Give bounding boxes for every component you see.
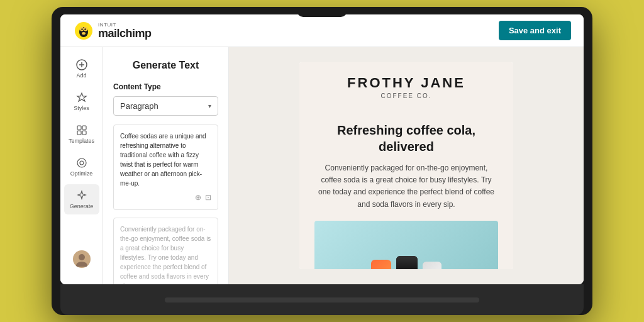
styles-icon [75, 91, 88, 104]
text-block-2: Conveniently packaged for on-the-go enjo… [113, 218, 218, 284]
text-block-1-content: Coffee sodas are a unique and refreshing… [120, 131, 211, 188]
svg-point-6 [82, 32, 86, 35]
email-preview: FROTHY JANE COFFEE CO. Refreshing coffee… [299, 62, 513, 269]
templates-icon [75, 124, 88, 136]
sidebar-add-label: Add [76, 72, 86, 79]
content-type-label: Content Type [113, 82, 218, 91]
laptop-screen: INTUIT mailchimp Save and exit Add [60, 14, 584, 284]
sidebar-item-styles[interactable]: Styles [64, 86, 99, 116]
logo-mailchimp-text: mailchimp [98, 28, 152, 39]
sidebar-item-optimize[interactable]: Optimize [64, 152, 99, 182]
can-left [371, 260, 391, 269]
email-body-text: Conveniently packaged for on-the-go enjo… [314, 162, 498, 211]
text-block-2-content: Conveniently packaged for on-the-go enjo… [120, 225, 211, 284]
sidebar-item-templates[interactable]: Templates [64, 119, 99, 149]
generate-panel: Generate Text Content Type Paragraph ▾ C… [103, 47, 229, 284]
panel-title: Generate Text [113, 60, 218, 71]
generate-icon [75, 189, 88, 202]
laptop-keyboard [60, 284, 584, 315]
sidebar-item-avatar[interactable] [64, 245, 99, 273]
add-icon-1[interactable]: ⊡ [205, 192, 211, 203]
sidebar-templates-label: Templates [69, 138, 94, 144]
svg-point-4 [81, 28, 82, 30]
sidebar-generate-label: Generate [70, 203, 94, 209]
keyboard-strip [165, 297, 479, 303]
mailchimp-logo-icon [73, 20, 94, 42]
user-avatar [73, 250, 91, 268]
brand-header: FROTHY JANE COFFEE CO. [299, 62, 513, 109]
preview-area: FROTHY JANE COFFEE CO. Refreshing coffee… [229, 47, 584, 284]
email-headline: Refreshing coffee cola, delivered [314, 122, 498, 155]
brand-name: FROTHY JANE [314, 75, 498, 91]
sidebar-optimize-label: Optimize [70, 170, 93, 177]
product-image-area: ↖ [314, 221, 498, 269]
laptop-notch [297, 7, 347, 17]
content-type-dropdown[interactable]: Paragraph ▾ [113, 96, 218, 116]
svg-point-14 [77, 158, 86, 167]
logo-area: INTUIT mailchimp [73, 20, 152, 42]
svg-rect-10 [77, 126, 81, 130]
brand-sub: COFFEE CO. [314, 92, 498, 99]
sidebar-item-add[interactable]: Add [64, 53, 99, 84]
svg-point-15 [80, 161, 84, 165]
dropdown-value: Paragraph [120, 101, 158, 111]
save-exit-button[interactable]: Save and exit [499, 21, 571, 40]
copy-icon-1[interactable]: ⊕ [195, 192, 201, 203]
text-block-1-actions: ⊕ ⊡ [120, 192, 211, 203]
chevron-down-icon: ▾ [208, 103, 211, 109]
can-right [423, 262, 441, 269]
can-center [396, 256, 418, 269]
laptop-frame: INTUIT mailchimp Save and exit Add [52, 7, 592, 315]
sidebar-item-generate[interactable]: Generate [64, 184, 99, 214]
text-block-1: Coffee sodas are a unique and refreshing… [113, 125, 218, 210]
svg-rect-12 [77, 131, 81, 135]
svg-point-17 [76, 262, 87, 267]
logo-text: INTUIT mailchimp [98, 23, 152, 39]
sidebar-styles-label: Styles [74, 105, 89, 111]
top-bar: INTUIT mailchimp Save and exit [60, 14, 584, 47]
email-body: Refreshing coffee cola, delivered Conven… [299, 109, 513, 269]
optimize-icon [75, 157, 88, 169]
svg-rect-13 [82, 131, 86, 135]
svg-point-5 [84, 28, 86, 30]
add-icon [75, 58, 88, 71]
svg-rect-11 [82, 126, 86, 130]
svg-point-16 [79, 254, 85, 260]
sidebar: Add Styles Templates [60, 47, 103, 284]
main-content: Add Styles Templates [60, 47, 584, 284]
